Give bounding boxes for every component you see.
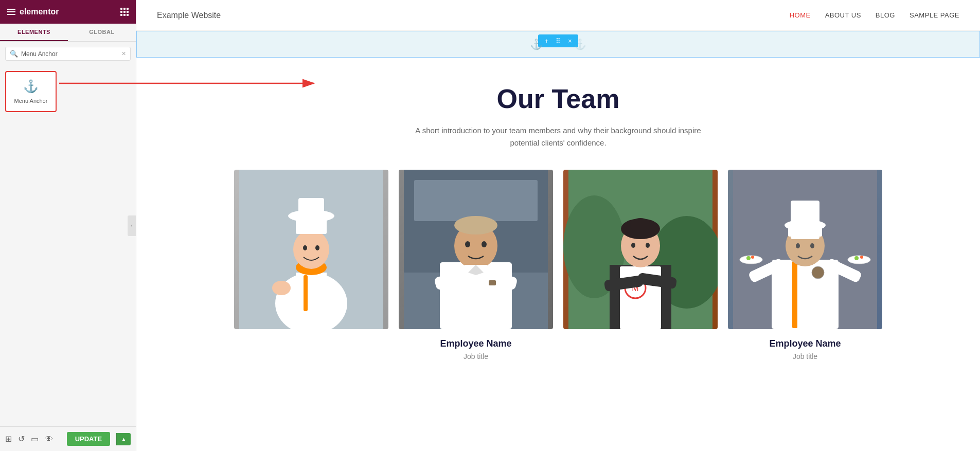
grid-apps-icon[interactable] — [120, 8, 129, 16]
svg-point-13 — [315, 245, 319, 250]
svg-point-7 — [293, 230, 329, 269]
nav-links: HOME ABOUT US BLOG SAMPLE PAGE — [790, 11, 959, 19]
move-section-button[interactable]: ⠿ — [554, 36, 563, 46]
team-member-1 — [229, 170, 394, 360]
svg-rect-20 — [489, 280, 496, 285]
member-photo-1 — [234, 170, 388, 329]
update-arrow-button[interactable]: ▲ — [116, 433, 131, 445]
member-photo-3: M — [563, 170, 718, 329]
search-clear-icon[interactable]: ✕ — [121, 50, 126, 57]
sidebar: elementor ELEMENTS GLOBAL 🔍 ✕ ⚓ Menu Anc… — [0, 0, 136, 451]
svg-point-22 — [454, 216, 497, 234]
svg-rect-16 — [414, 180, 538, 221]
nav-sample[interactable]: SAMPLE PAGE — [910, 11, 959, 19]
svg-point-47 — [848, 256, 870, 264]
svg-point-23 — [465, 241, 470, 247]
team-grid: Employee Name Job title — [167, 170, 949, 360]
member-name-4: Employee Name — [769, 338, 841, 349]
page-content: + ⠿ × ⚓ ⚓ Our Team A short introduction … — [136, 31, 980, 451]
team-member-4: Employee Name Job title — [723, 170, 887, 360]
team-title: Our Team — [167, 83, 949, 114]
top-navigation: Example Website HOME ABOUT US BLOG SAMPL… — [136, 0, 980, 31]
member-photo-4 — [728, 170, 882, 329]
member-title-2: Job title — [464, 352, 488, 360]
sidebar-content: ⚓ Menu Anchor — [0, 66, 136, 426]
svg-rect-5 — [304, 275, 308, 311]
responsive-icon[interactable]: ▭ — [31, 434, 39, 444]
anchor-placeholder-icon-2: ⚓ — [574, 38, 586, 50]
team-member-2: Employee Name Job title — [394, 170, 558, 360]
svg-point-24 — [482, 241, 487, 247]
svg-point-55 — [785, 220, 826, 231]
widget-label: Menu Anchor — [14, 98, 48, 104]
svg-point-56 — [796, 243, 800, 248]
row-controls: + ⠿ × — [538, 34, 578, 47]
member-name-2: Employee Name — [440, 338, 511, 349]
svg-rect-42 — [792, 261, 797, 328]
search-icon: 🔍 — [10, 50, 18, 58]
svg-rect-41 — [772, 260, 839, 329]
svg-point-43 — [812, 266, 824, 279]
eye-icon[interactable]: 👁 — [45, 435, 53, 444]
layers-icon[interactable]: ⊞ — [5, 434, 12, 444]
team-section: Our Team A short introduction to your te… — [136, 58, 980, 381]
svg-rect-4 — [296, 273, 327, 314]
nav-about[interactable]: ABOUT US — [825, 11, 861, 19]
member-photo-2 — [399, 170, 553, 329]
site-title: Example Website — [157, 11, 221, 20]
svg-point-11 — [272, 281, 291, 295]
sidebar-bottom-toolbar: ⊞ ↺ ▭ 👁 UPDATE ▲ — [0, 426, 136, 451]
svg-point-51 — [860, 256, 863, 259]
menu-anchor-widget[interactable]: ⚓ Menu Anchor — [5, 71, 57, 112]
team-subtitle: A short introduction to your team member… — [404, 124, 712, 149]
sidebar-header: elementor — [0, 0, 136, 24]
sidebar-brand: elementor — [20, 7, 59, 16]
collapse-handle[interactable]: ‹ — [128, 215, 136, 236]
svg-point-37 — [630, 218, 651, 232]
svg-point-46 — [740, 256, 762, 264]
svg-point-12 — [303, 245, 307, 250]
sidebar-search-box: 🔍 ✕ — [5, 47, 131, 61]
team-member-3: M — [558, 170, 723, 360]
close-section-button[interactable]: × — [566, 36, 574, 46]
update-button[interactable]: UPDATE — [67, 432, 110, 446]
add-section-button[interactable]: + — [542, 36, 550, 46]
member-title-4: Job title — [793, 352, 817, 360]
history-icon[interactable]: ↺ — [18, 434, 25, 444]
svg-point-48 — [746, 256, 751, 260]
nav-blog[interactable]: BLOG — [876, 11, 895, 19]
anchor-placeholder-icon: ⚓ — [530, 38, 543, 50]
nav-home[interactable]: HOME — [790, 11, 811, 19]
tab-elements[interactable]: ELEMENTS — [0, 24, 68, 41]
sidebar-logo: elementor — [7, 7, 59, 16]
tab-global[interactable]: GLOBAL — [68, 24, 136, 41]
svg-point-49 — [751, 256, 754, 259]
anchor-icon: ⚓ — [23, 79, 39, 94]
svg-rect-10 — [298, 198, 324, 220]
sidebar-tabs: ELEMENTS GLOBAL — [0, 24, 136, 42]
hamburger-icon[interactable] — [7, 9, 15, 15]
svg-point-50 — [854, 256, 859, 260]
svg-point-57 — [810, 243, 814, 248]
svg-point-38 — [631, 243, 635, 248]
svg-point-39 — [646, 243, 650, 248]
search-input[interactable] — [21, 50, 118, 58]
main-content: Example Website HOME ABOUT US BLOG SAMPL… — [136, 0, 980, 451]
highlight-row: + ⠿ × ⚓ ⚓ — [136, 31, 980, 58]
